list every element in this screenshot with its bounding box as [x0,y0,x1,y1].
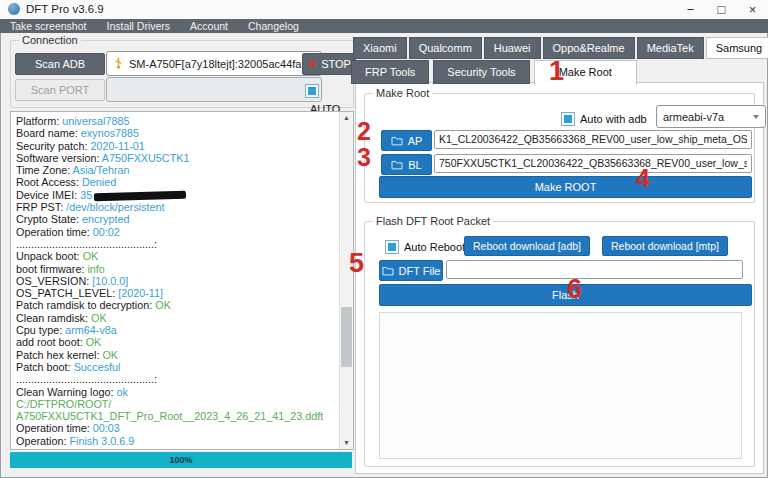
log-line: Operation: Finish 3.0.6.9 [16,435,338,447]
scan-port-button[interactable]: Scan PORT [15,79,105,101]
window-title: DFT Pro v3.6.9 [26,3,104,15]
make-root-button[interactable]: Make ROOT [379,176,752,198]
folder-icon [391,160,403,170]
auto-reboot-checkbox-box [385,240,399,254]
stop-button[interactable]: ✕ STOP [302,53,356,75]
log-line: Security patch: 2020-11-01 [16,140,338,152]
auto-with-adb-checkbox[interactable]: Auto with adb [561,109,647,127]
tab-security-tools[interactable]: Security Tools [433,60,529,84]
auto-reboot-label: Auto Reboot [404,241,465,253]
menu-take-screenshot[interactable]: Take screenshot [0,19,96,33]
log-line: Patch boot: Succesful [16,361,338,373]
log-line: Platform: universal7885 [16,115,338,127]
log-line: add root boot: OK [16,336,338,348]
app-icon [8,3,20,15]
log-line: Clean ramdisk: OK [16,312,338,324]
log-line: Patch ramdisk to decryption: OK [16,299,338,311]
annotation-2: 2 [357,119,371,144]
flash-group-label: Flash DFT Root Packet [373,215,493,227]
folder-icon [382,266,394,276]
flash-dft-root-packet-group: Flash DFT Root Packet Auto Reboot Reboot… [364,221,755,467]
reboot-download-adb-button[interactable]: Reboot download [adb] [464,236,590,256]
port-combo[interactable] [106,77,322,102]
annotation-3: 3 [357,145,371,170]
dft-file-field[interactable] [446,260,743,279]
device-log-box: Platform: universal7885Board name: exyno… [10,111,354,450]
auto-with-adb-checkbox-box [561,112,575,126]
make-root-group-label: Make Root [373,87,432,99]
log-line: A750FXXU5CTK1_DFT_Pro_Root__2023_4_26_21… [16,410,338,422]
log-line: Board name: exynos7885 [16,127,338,139]
reboot-download-mtp-button[interactable]: Reboot download [mtp] [602,236,728,256]
tool-tabs: FRP ToolsSecurity ToolsMake Root [351,60,637,85]
flash-button[interactable]: Flash [379,284,752,306]
usb-icon [113,57,124,70]
tab-mediatek[interactable]: MediaTek [637,37,704,59]
tab-xiaomi[interactable]: Xiaomi [353,37,407,59]
tab-frp-tools[interactable]: FRP Tools [351,60,429,84]
tab-samsung[interactable]: Samsung [706,37,768,59]
chevron-down-icon [753,115,759,119]
ap-file-field[interactable] [434,130,752,149]
tab-qualcomm[interactable]: Qualcomm [409,37,482,59]
close-button[interactable]: × [737,1,768,18]
folder-icon [391,136,403,146]
window-controls: − □ × [675,0,768,19]
log-line: Clean Warning logo: ok [16,386,338,398]
tab-huawei[interactable]: Huawei [484,37,541,59]
log-line: Operation time: 00:03 [16,422,338,434]
scroll-down-icon[interactable]: ▼ [340,437,353,449]
make-root-panel: Make Root Auto with adb armeabi-v7a AP B… [355,82,764,474]
title-bar: DFT Pro v3.6.9 − □ × [0,0,768,19]
dft-file-button-label: DFT File [399,265,441,277]
annotation-6: 6 [567,276,582,303]
menu-account[interactable]: Account [180,19,238,33]
log-line: Operation time: 00:02 [16,226,338,238]
stop-x-icon: ✕ [307,57,317,71]
log-line: Time Zone: Asia/Tehran [16,164,338,176]
scroll-up-icon[interactable]: ▲ [340,112,353,124]
log-line: boot firmware: info [16,263,338,275]
menu-bar: Take screenshotInstall DriversAccountCha… [0,19,768,33]
app-window: DFT Pro v3.6.9 − □ × Take screenshotInst… [0,0,768,478]
annotation-5: 5 [349,250,364,277]
log-line: Device IMEI: 35 [16,189,338,201]
log-line: Cpu type: arm64-v8a [16,324,338,336]
scan-adb-button[interactable]: Scan ADB [15,53,105,75]
ap-file-button[interactable]: AP [381,130,432,151]
log-line: Software version: A750FXXU5CTK1 [16,152,338,164]
minimize-button[interactable]: − [675,1,706,18]
make-root-group: Make Root Auto with adb armeabi-v7a AP B… [364,93,755,203]
dft-file-button[interactable]: DFT File [379,260,443,281]
log-line: FRP PST: /dev/block/persistent [16,201,338,213]
stop-button-label: STOP [321,58,351,70]
auto-checkbox-box [305,84,319,98]
menu-install-drivers[interactable]: Install Drivers [96,19,180,33]
log-line: C:/DFTPRO/ROOT/ [16,398,338,410]
annotation-1: 1 [549,58,564,85]
device-combo-value: SM-A750F[a7y18ltejt]:32005ac44fa9c5 [129,58,305,70]
annotation-4: 4 [636,166,650,191]
menu-changelog[interactable]: Changelog [238,19,309,33]
redacted-imei [94,191,186,201]
progress-bar: 100% [10,452,352,468]
connection-group: Connection Scan ADB SM-A750F[a7y18ltejt]… [10,40,354,108]
log-line: Root Access: Denied [16,176,338,188]
device-combo[interactable]: SM-A750F[a7y18ltejt]:32005ac44fa9c5 [106,51,322,76]
connection-group-label: Connection [19,34,81,46]
log-line: OS_PATCH_LEVEL: [2020-11] [16,287,338,299]
auto-with-adb-label: Auto with adb [580,113,647,125]
flash-log-box [379,312,742,459]
log-line: Crypto State: encrypted [16,213,338,225]
log-line: OS_VERSION: [10.0.0] [16,275,338,287]
bl-file-button[interactable]: BL [381,154,432,175]
log-line: Unpack boot: OK [16,250,338,262]
log-scrollbar[interactable]: ▲ ▼ [339,112,353,449]
device-log: Platform: universal7885Board name: exyno… [16,115,338,447]
auto-reboot-checkbox[interactable]: Auto Reboot [385,237,465,255]
arch-combo-value: armeabi-v7a [663,111,724,123]
scrollbar-thumb[interactable] [341,307,352,367]
maximize-button[interactable]: □ [706,1,737,18]
bl-file-field[interactable] [434,154,752,173]
arch-combo[interactable]: armeabi-v7a [656,105,766,128]
